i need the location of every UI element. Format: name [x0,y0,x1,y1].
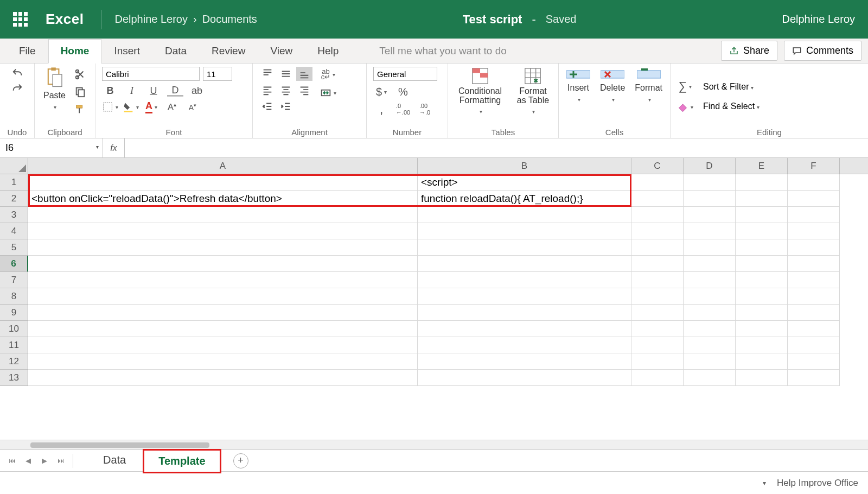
cell[interactable] [788,272,840,288]
cell[interactable] [736,174,788,191]
cell[interactable] [631,239,684,256]
breadcrumb-folder[interactable]: Documents [202,13,257,26]
cell[interactable] [418,370,631,386]
row-header[interactable]: 4 [0,223,28,239]
cell[interactable] [788,239,840,256]
cell[interactable] [788,305,840,321]
paste-button[interactable]: Paste [41,67,68,111]
cell[interactable] [736,305,788,321]
cell[interactable] [684,288,736,305]
find-select-button[interactable]: Find & Select [703,102,760,111]
cell[interactable] [28,207,418,223]
cell[interactable] [788,191,840,207]
cell[interactable] [736,272,788,288]
row-header[interactable]: 2 [0,191,28,207]
row-header[interactable]: 13 [0,370,28,386]
cell[interactable] [788,321,840,337]
cell[interactable] [631,370,684,386]
cell[interactable] [28,305,418,321]
row-header[interactable]: 6 [0,256,28,272]
font-size-combo[interactable] [203,67,232,81]
cell[interactable] [788,256,840,272]
breadcrumb-user[interactable]: Delphine Leroy [114,13,188,26]
column-header[interactable]: F [788,158,840,174]
cell[interactable] [788,337,840,353]
cell[interactable] [418,337,631,353]
cell[interactable] [418,239,631,256]
cell[interactable] [418,272,631,288]
sheet-nav-prev[interactable]: ◀ [21,453,36,468]
cell[interactable] [28,321,418,337]
cell[interactable] [418,223,631,239]
align-top-button[interactable] [259,67,276,81]
cell[interactable] [788,207,840,223]
cell[interactable] [684,321,736,337]
sheet-nav-last[interactable]: ⏭ [53,453,68,468]
tab-review[interactable]: Review [199,39,258,63]
formula-bar[interactable] [125,138,868,157]
tab-view[interactable]: View [258,39,305,63]
cell[interactable] [418,353,631,370]
cell[interactable] [28,272,418,288]
row-header[interactable]: 11 [0,337,28,353]
scrollbar-thumb[interactable] [30,442,209,448]
cell[interactable] [736,370,788,386]
delete-cells-button[interactable]: Delete [598,67,627,104]
help-improve-link[interactable]: Help Improve Office [777,478,858,489]
currency-button[interactable]: $ [373,85,390,98]
wrap-text-button[interactable]: abc↵ [320,68,336,81]
cell[interactable] [788,223,840,239]
cell[interactable] [631,305,684,321]
undo-button[interactable] [9,67,25,80]
comma-button[interactable]: , [373,103,390,116]
align-right-button[interactable] [296,83,312,97]
cell[interactable] [736,207,788,223]
cell[interactable] [418,256,631,272]
cell[interactable] [28,337,418,353]
copy-button[interactable] [72,85,88,98]
cell[interactable] [684,305,736,321]
row-header[interactable]: 3 [0,207,28,223]
cell[interactable] [736,337,788,353]
column-header[interactable]: D [684,158,736,174]
fx-icon[interactable]: fx [103,138,125,157]
cell[interactable] [28,353,418,370]
align-left-button[interactable] [259,83,276,97]
redo-button[interactable] [9,82,25,95]
cell[interactable] [788,174,840,191]
decrease-indent-button[interactable] [259,99,276,113]
cell[interactable] [631,256,684,272]
select-all-corner[interactable] [0,158,28,174]
underline-button[interactable]: U [145,84,162,97]
increase-indent-button[interactable] [278,99,294,113]
row-header[interactable]: 7 [0,272,28,288]
align-center-button[interactable] [278,83,294,97]
cell[interactable] [684,191,736,207]
format-as-table-button[interactable]: Format as Table [514,67,552,116]
cell[interactable] [684,353,736,370]
cell[interactable] [684,256,736,272]
row-header[interactable]: 5 [0,239,28,256]
cell[interactable] [418,321,631,337]
autosum-button[interactable]: ∑ [677,80,693,93]
align-middle-button[interactable] [278,67,294,81]
add-sheet-button[interactable]: + [233,453,248,468]
conditional-formatting-button[interactable]: Conditional Formatting [455,67,506,116]
row-header[interactable]: 1 [0,174,28,191]
cell[interactable] [28,174,418,191]
fill-color-button[interactable] [123,100,139,113]
tab-insert[interactable]: Insert [101,39,152,63]
cell[interactable] [788,353,840,370]
sort-filter-button[interactable]: Sort & Filter [703,82,754,92]
column-header[interactable]: C [631,158,684,174]
sheet-nav-first[interactable]: ⏮ [4,453,20,468]
app-launcher-icon[interactable] [13,12,28,27]
strikethrough-button[interactable]: ab [189,84,205,97]
cell[interactable] [631,337,684,353]
cell[interactable] [631,321,684,337]
cell[interactable] [631,174,684,191]
cut-button[interactable] [72,68,88,81]
cell[interactable] [631,353,684,370]
cell[interactable] [28,256,418,272]
align-bottom-button[interactable] [296,67,312,81]
